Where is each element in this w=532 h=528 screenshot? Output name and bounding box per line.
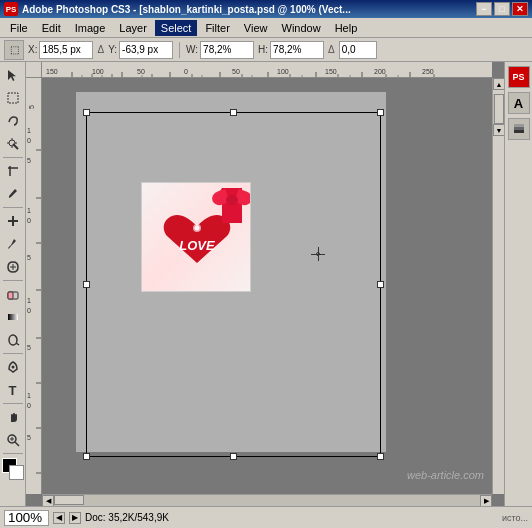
handle-bottom-left[interactable] bbox=[83, 453, 90, 460]
heal-tool[interactable] bbox=[2, 210, 24, 232]
angle-input[interactable] bbox=[339, 41, 377, 59]
handle-top-left[interactable] bbox=[83, 109, 90, 116]
watermark: web-article.com bbox=[407, 469, 484, 481]
marquee-tool[interactable] bbox=[2, 87, 24, 109]
ruler-left-ticks: 5 1 0 5 1 0 5 1 0 5 1 0 5 bbox=[26, 78, 42, 494]
svg-marker-0 bbox=[8, 70, 16, 81]
background-color[interactable] bbox=[9, 465, 24, 480]
crosshair-dot bbox=[316, 252, 320, 256]
w-input[interactable] bbox=[200, 41, 254, 59]
menu-window[interactable]: Window bbox=[276, 20, 327, 36]
scroll-thumb-right[interactable] bbox=[494, 94, 504, 124]
menu-view[interactable]: View bbox=[238, 20, 274, 36]
gradient-icon bbox=[6, 310, 20, 324]
hand-icon bbox=[6, 410, 20, 424]
zoom-input[interactable] bbox=[4, 510, 49, 526]
crop-tool[interactable] bbox=[2, 160, 24, 182]
svg-text:200: 200 bbox=[374, 68, 386, 75]
scroll-down-button[interactable]: ▼ bbox=[493, 124, 504, 136]
svg-point-19 bbox=[11, 366, 14, 369]
svg-rect-82 bbox=[514, 130, 524, 133]
svg-text:100: 100 bbox=[277, 68, 289, 75]
handle-top-middle[interactable] bbox=[230, 109, 237, 116]
menu-help[interactable]: Help bbox=[329, 20, 364, 36]
eyedropper-tool[interactable] bbox=[2, 183, 24, 205]
svg-text:5: 5 bbox=[27, 254, 31, 261]
svg-text:0: 0 bbox=[27, 402, 31, 409]
maximize-button[interactable]: □ bbox=[494, 2, 510, 16]
handle-middle-right[interactable] bbox=[377, 281, 384, 288]
scroll-thumb-bottom[interactable] bbox=[54, 495, 84, 505]
text-tool[interactable]: T bbox=[2, 379, 24, 401]
dodge-icon bbox=[6, 333, 20, 347]
menu-image[interactable]: Image bbox=[69, 20, 112, 36]
minimize-button[interactable]: − bbox=[476, 2, 492, 16]
svg-text:250: 250 bbox=[422, 68, 434, 75]
svg-rect-84 bbox=[514, 124, 524, 127]
svg-text:5: 5 bbox=[27, 344, 31, 351]
ruler-left: 5 1 0 5 1 0 5 1 0 5 1 0 5 bbox=[26, 78, 42, 494]
layers-icon bbox=[512, 122, 526, 136]
status-doc-info: Doc: 35,2K/543,9K bbox=[85, 512, 169, 523]
svg-text:0: 0 bbox=[184, 68, 188, 75]
handle-bottom-middle[interactable] bbox=[230, 453, 237, 460]
pen-tool[interactable] bbox=[2, 356, 24, 378]
svg-text:1: 1 bbox=[27, 207, 31, 214]
gradient-tool[interactable] bbox=[2, 306, 24, 328]
dodge-tool[interactable] bbox=[2, 329, 24, 351]
close-button[interactable]: ✕ bbox=[512, 2, 528, 16]
handle-middle-left[interactable] bbox=[83, 281, 90, 288]
y-input[interactable] bbox=[119, 41, 173, 59]
transform-crosshair bbox=[311, 247, 325, 261]
clone-tool[interactable] bbox=[2, 256, 24, 278]
status-nav-right[interactable]: ▶ bbox=[69, 512, 81, 524]
color-swatches bbox=[2, 458, 24, 480]
svg-rect-1 bbox=[8, 93, 18, 103]
magic-wand-tool[interactable] bbox=[2, 133, 24, 155]
ps-panel-button[interactable]: PS bbox=[508, 66, 530, 88]
status-nav-left[interactable]: ◀ bbox=[53, 512, 65, 524]
scroll-track-right bbox=[493, 94, 504, 124]
scroll-right-button[interactable]: ▶ bbox=[480, 495, 492, 506]
panel-button-2[interactable]: A bbox=[508, 92, 530, 114]
y-label: Y: bbox=[108, 44, 117, 55]
svg-text:1: 1 bbox=[27, 127, 31, 134]
svg-text:5: 5 bbox=[27, 434, 31, 441]
handle-top-right[interactable] bbox=[377, 109, 384, 116]
scroll-up-button[interactable]: ▲ bbox=[493, 78, 504, 90]
svg-text:50: 50 bbox=[232, 68, 240, 75]
zoom-tool[interactable] bbox=[2, 429, 24, 451]
svg-line-21 bbox=[15, 442, 19, 446]
x-label: X: bbox=[28, 44, 37, 55]
ribbon bbox=[222, 188, 242, 223]
move-tool[interactable] bbox=[2, 64, 24, 86]
panel-button-3[interactable] bbox=[508, 118, 530, 140]
brush-tool[interactable] bbox=[2, 233, 24, 255]
menu-layer[interactable]: Layer bbox=[113, 20, 153, 36]
lasso-tool[interactable] bbox=[2, 110, 24, 132]
menu-file[interactable]: File bbox=[4, 20, 34, 36]
h-input[interactable] bbox=[270, 41, 324, 59]
image-card: LOVE bbox=[141, 182, 251, 292]
scrollbar-bottom: ◀ ▶ bbox=[42, 494, 492, 506]
eraser-icon bbox=[6, 287, 20, 301]
scroll-track-bottom bbox=[54, 495, 480, 506]
menu-edit[interactable]: Edit bbox=[36, 20, 67, 36]
x-input[interactable] bbox=[39, 41, 93, 59]
svg-text:1: 1 bbox=[27, 392, 31, 399]
menu-select[interactable]: Select bbox=[155, 20, 198, 36]
svg-text:150: 150 bbox=[325, 68, 337, 75]
svg-rect-11 bbox=[8, 220, 18, 222]
bow-center bbox=[226, 195, 238, 205]
zoom-icon bbox=[6, 433, 20, 447]
svg-text:150: 150 bbox=[46, 68, 58, 75]
menu-filter[interactable]: Filter bbox=[199, 20, 235, 36]
svg-text:LOVE: LOVE bbox=[179, 238, 215, 253]
canvas-area: 150 100 50 0 50 100 150 200 250 bbox=[26, 62, 504, 506]
hand-tool[interactable] bbox=[2, 406, 24, 428]
titlebar: PS Adobe Photoshop CS3 - [shablon_kartin… bbox=[0, 0, 532, 18]
ruler-top: 150 100 50 0 50 100 150 200 250 bbox=[42, 62, 492, 78]
scroll-left-button[interactable]: ◀ bbox=[42, 495, 54, 506]
handle-bottom-right[interactable] bbox=[377, 453, 384, 460]
eraser-tool[interactable] bbox=[2, 283, 24, 305]
